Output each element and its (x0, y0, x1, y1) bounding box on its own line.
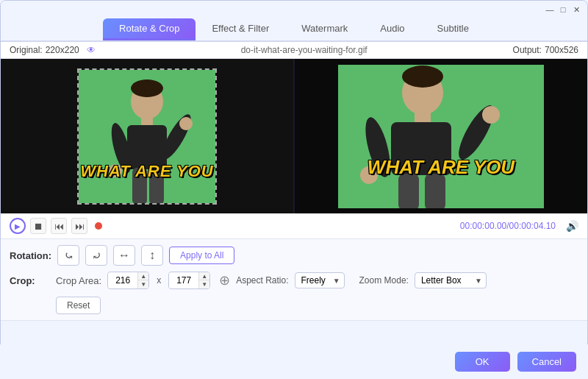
rotation-label: Rotation: (10, 250, 51, 261)
preview-right: WHAT ARE YOU (295, 59, 587, 213)
crop-height-input[interactable]: ▲ ▼ (168, 272, 210, 289)
preview-area: WHAT ARE YOU (1, 59, 587, 213)
flip-v-button[interactable]: ↕ (141, 245, 163, 266)
tab-watermark[interactable]: Watermark (285, 18, 364, 40)
tab-effect-filter[interactable]: Effect & Filter (196, 18, 285, 40)
gif-left-bg: WHAT ARE YOU (79, 70, 215, 203)
svg-rect-18 (398, 174, 419, 208)
zoom-mode-label: Zoom Mode: (359, 275, 409, 286)
crop-width-field[interactable] (108, 273, 137, 288)
reset-row: Reset (10, 295, 578, 314)
aspect-ratio-select[interactable]: Freely 16:9 4:3 1:1 9:16 (295, 272, 345, 288)
tab-audio[interactable]: Audio (364, 18, 420, 40)
crop-height-field[interactable] (169, 273, 198, 288)
ok-button[interactable]: OK (455, 352, 510, 372)
crop-label: Crop: (10, 275, 50, 286)
zoom-mode-select-wrap[interactable]: Letter Box Pan & Scan Full ▼ (415, 272, 487, 288)
next-frame-button[interactable]: ⏭ (71, 218, 87, 234)
cancel-button[interactable]: Cancel (517, 352, 576, 372)
filename: do-it-what-are-you-waiting-for.gif (241, 45, 368, 55)
play-button[interactable]: ▶ (10, 218, 26, 234)
preview-left: WHAT ARE YOU (1, 59, 293, 213)
aspect-ratio-label: Aspect Ratio: (236, 275, 288, 286)
crop-row: Crop: Crop Area: ▲ ▼ x ▲ ▼ ⊕ Aspect Rati… (10, 272, 578, 289)
x-separator: x (157, 275, 161, 286)
time-display: 00:00:00.00/00:00:04.10 (460, 221, 556, 231)
stop-button[interactable]: ⏹ (30, 218, 46, 234)
reset-button[interactable]: Reset (56, 297, 101, 314)
maximize-button[interactable]: □ (558, 4, 568, 15)
time-total: 00:00:04.10 (509, 221, 556, 231)
crop-center-icon[interactable]: ⊕ (219, 272, 230, 288)
crop-area-label: Crop Area: (56, 275, 101, 286)
record-indicator (95, 222, 102, 230)
tab-rotate-crop[interactable]: Rotate & Crop (103, 18, 196, 40)
original-size: 220x220 (46, 45, 79, 55)
rotate-ccw-button[interactable]: ⤿ (57, 245, 79, 266)
crop-height-down[interactable]: ▼ (199, 280, 209, 288)
svg-rect-2 (141, 116, 153, 127)
crop-height-up[interactable]: ▲ (199, 272, 209, 280)
aspect-ratio-select-wrap[interactable]: Freely 16:9 4:3 1:1 9:16 ▼ (295, 272, 345, 288)
tab-subtitle[interactable]: Subtitle (421, 18, 485, 40)
rotate-cw-button[interactable]: ⤾ (85, 245, 107, 266)
output-label: Output: (513, 45, 542, 55)
svg-rect-19 (425, 174, 445, 208)
prev-frame-button[interactable]: ⏮ (51, 218, 67, 234)
flip-h-button[interactable]: ↔ (113, 245, 135, 266)
footer: OK Cancel (0, 344, 588, 379)
zoom-mode-select[interactable]: Letter Box Pan & Scan Full (415, 272, 487, 288)
right-text-overlay: WHAT ARE YOU (338, 156, 544, 179)
person-figure-right (338, 65, 507, 208)
minimize-button[interactable]: — (545, 4, 555, 15)
svg-point-7 (179, 117, 193, 130)
tabs-bar: Rotate & Crop Effect & Filter Watermark … (1, 18, 587, 42)
original-label: Original: (10, 45, 43, 55)
left-text-overlay: WHAT ARE YOU (79, 162, 215, 181)
crop-width-input[interactable]: ▲ ▼ (107, 272, 149, 289)
volume-icon[interactable]: 🔊 (566, 220, 578, 232)
svg-point-11 (402, 65, 443, 88)
rotation-row: Rotation: ⤿ ⤾ ↔ ↕ Apply to All (10, 245, 578, 266)
svg-rect-12 (415, 112, 431, 124)
gif-right-frame: WHAT ARE YOU (338, 65, 544, 208)
gif-right-bg: WHAT ARE YOU (338, 65, 544, 208)
eye-icon[interactable]: 👁 (87, 45, 96, 55)
controls-panel: Rotation: ⤿ ⤾ ↔ ↕ Apply to All Crop: Cro… (1, 239, 587, 321)
close-button[interactable]: ✕ (571, 4, 581, 15)
time-current: 00:00:00.00 (460, 221, 506, 231)
title-bar: — □ ✕ (1, 1, 587, 18)
playback-bar: ▶ ⏹ ⏮ ⏭ 00:00:00.00/00:00:04.10 🔊 (1, 213, 587, 239)
crop-width-down[interactable]: ▼ (138, 280, 148, 288)
crop-width-spinners: ▲ ▼ (137, 272, 148, 288)
svg-point-17 (482, 106, 500, 124)
output-size: 700x526 (545, 45, 578, 55)
info-bar: Original: 220x220 👁 do-it-what-are-you-w… (1, 42, 587, 59)
svg-point-1 (131, 79, 163, 97)
apply-all-button[interactable]: Apply to All (169, 247, 234, 264)
gif-left-frame: WHAT ARE YOU (77, 68, 217, 205)
crop-height-spinners: ▲ ▼ (198, 272, 209, 288)
person-figure-left (99, 78, 195, 203)
crop-width-up[interactable]: ▲ (138, 272, 148, 280)
